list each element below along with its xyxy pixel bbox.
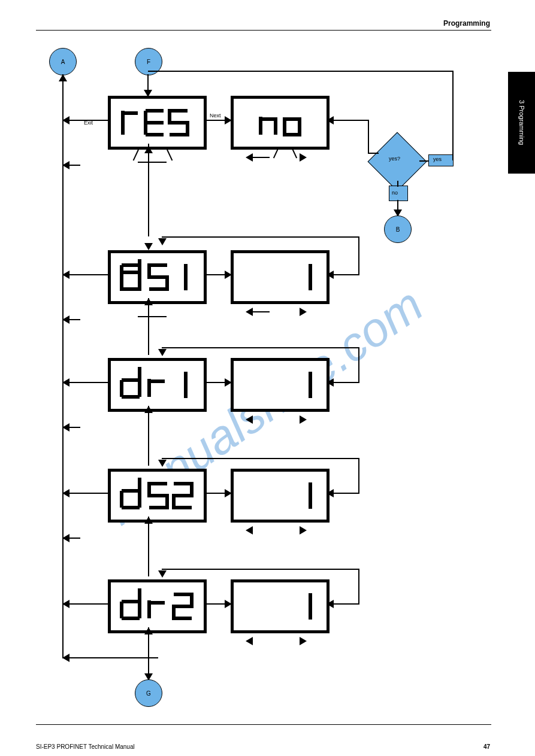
header-title: Programming bbox=[443, 19, 490, 28]
connector bbox=[147, 74, 149, 91]
arrow-left-icon bbox=[62, 600, 69, 608]
arrow-left-icon bbox=[62, 315, 69, 324]
display-dr2 bbox=[108, 579, 207, 633]
seg-no bbox=[234, 99, 327, 147]
seg-ds1 bbox=[111, 253, 204, 301]
arrow-down-icon bbox=[158, 570, 167, 578]
display-ds2 bbox=[108, 469, 207, 523]
node-f-label: F bbox=[147, 59, 150, 65]
arrow-right-icon bbox=[300, 415, 307, 424]
display-one-4 bbox=[231, 579, 330, 633]
arrow-left-icon bbox=[327, 378, 334, 387]
seg-one3 bbox=[234, 472, 327, 520]
connector bbox=[148, 406, 149, 466]
arrow-left-icon bbox=[62, 654, 69, 662]
node-circle-g: G bbox=[135, 679, 162, 707]
arrow-left-icon bbox=[327, 116, 334, 125]
arrow-right-icon bbox=[300, 526, 307, 535]
seg-one1 bbox=[234, 253, 327, 301]
connector bbox=[162, 569, 359, 570]
display-one-3 bbox=[231, 469, 330, 523]
arrow-right-icon bbox=[300, 308, 307, 316]
connector bbox=[133, 150, 139, 161]
connector bbox=[162, 458, 359, 459]
seg-res bbox=[111, 99, 204, 147]
node-a-label: A bbox=[61, 59, 65, 65]
seg-one2 bbox=[234, 361, 327, 409]
display-res bbox=[108, 96, 207, 150]
arrow-left-icon bbox=[62, 534, 69, 542]
arrow-left-icon bbox=[246, 526, 253, 535]
arrow-left-icon bbox=[62, 378, 69, 387]
arrow-down-icon bbox=[158, 349, 167, 356]
display-ds1 bbox=[108, 250, 207, 304]
connector bbox=[252, 157, 270, 158]
arrow-right-icon bbox=[225, 489, 232, 497]
arrow-left-icon bbox=[62, 489, 69, 497]
display-one-1 bbox=[231, 250, 330, 304]
connector bbox=[148, 627, 149, 675]
header-rule bbox=[36, 30, 491, 31]
connector bbox=[162, 236, 359, 238]
connector bbox=[397, 181, 398, 187]
arrow-right-icon bbox=[225, 600, 232, 608]
connector bbox=[148, 517, 149, 576]
node-b-label: B bbox=[396, 226, 400, 233]
side-tab: 3 Programming bbox=[508, 72, 535, 174]
connector bbox=[138, 316, 167, 317]
arrow-right-icon bbox=[225, 378, 232, 387]
connector bbox=[419, 160, 428, 162]
connector bbox=[148, 71, 454, 72]
arrow-left-icon bbox=[246, 415, 253, 424]
connector bbox=[162, 347, 359, 348]
connector bbox=[62, 657, 158, 658]
no-label: no bbox=[392, 190, 398, 196]
arrow-left-icon bbox=[62, 161, 69, 169]
node-g-label: G bbox=[146, 690, 151, 697]
seg-dr1 bbox=[111, 361, 204, 409]
display-no bbox=[231, 96, 330, 150]
arrow-up-icon bbox=[144, 517, 153, 524]
connector bbox=[358, 347, 359, 383]
arrow-left-icon bbox=[62, 116, 69, 125]
arrow-up-icon bbox=[59, 74, 67, 81]
connector bbox=[252, 311, 270, 312]
seg-dr2 bbox=[111, 582, 204, 630]
connector bbox=[358, 236, 359, 275]
footer-rule bbox=[36, 724, 491, 725]
arrow-left-icon bbox=[62, 271, 69, 279]
yes-label: yes bbox=[433, 156, 442, 163]
display-dr1 bbox=[108, 358, 207, 412]
arrow-up-icon bbox=[144, 627, 153, 634]
arrow-left-icon bbox=[327, 600, 334, 608]
seg-one4 bbox=[234, 582, 327, 630]
display-one-2 bbox=[231, 358, 330, 412]
connector bbox=[368, 153, 379, 154]
seg-ds2 bbox=[111, 472, 204, 520]
connector bbox=[358, 569, 359, 605]
arrow-left-icon bbox=[327, 489, 334, 497]
connector bbox=[452, 71, 454, 160]
arrow-right-icon bbox=[300, 637, 307, 645]
arrow-left-icon bbox=[327, 271, 334, 279]
connector bbox=[138, 162, 167, 163]
side-tab-text: 3 Programming bbox=[518, 100, 525, 145]
arrow-down-icon bbox=[158, 238, 167, 245]
arrow-up-icon bbox=[144, 406, 153, 413]
arrow-left-icon bbox=[62, 423, 69, 432]
connector bbox=[358, 458, 359, 494]
footer-left: SI-EP3 PROFINET Technical Manual bbox=[36, 743, 135, 750]
connector bbox=[368, 120, 369, 153]
arrow-down-icon bbox=[158, 460, 167, 467]
decision-text: yes? bbox=[389, 156, 400, 162]
page-number: 47 bbox=[483, 743, 490, 750]
connector bbox=[148, 162, 149, 236]
next-label: Next bbox=[210, 113, 221, 119]
arrow-right-icon bbox=[300, 153, 307, 162]
arrow-left-icon bbox=[246, 637, 253, 645]
exit-label: Exit bbox=[84, 120, 93, 126]
connector bbox=[167, 150, 173, 161]
connector bbox=[148, 298, 149, 355]
arrow-up-icon bbox=[144, 146, 153, 153]
node-circle-b: B bbox=[384, 215, 412, 243]
